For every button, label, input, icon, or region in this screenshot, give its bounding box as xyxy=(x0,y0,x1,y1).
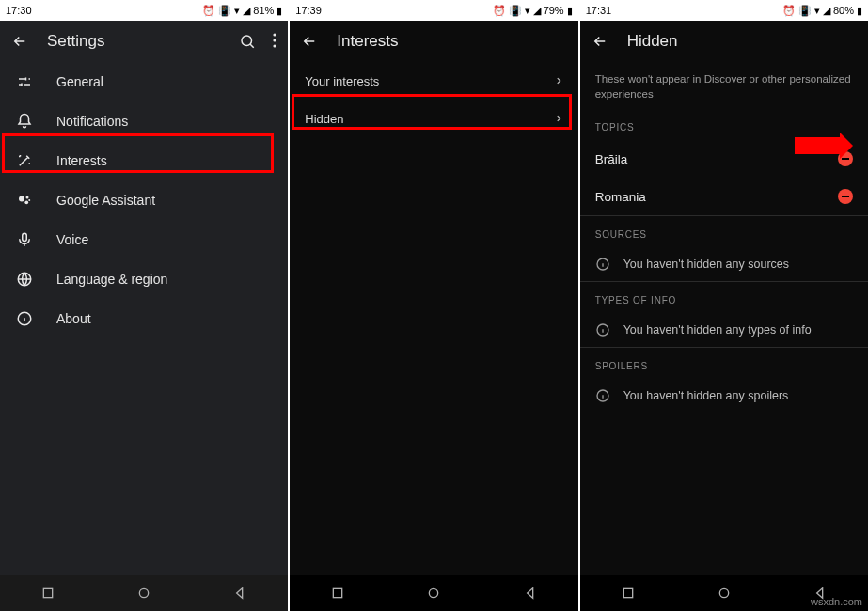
svg-point-3 xyxy=(274,44,276,47)
svg-point-14 xyxy=(430,588,438,597)
back-icon[interactable] xyxy=(301,33,318,50)
search-icon[interactable] xyxy=(239,33,256,50)
item-label: About xyxy=(56,311,91,326)
settings-item-language[interactable]: Language & region xyxy=(0,259,288,299)
nav-bar xyxy=(0,575,288,611)
status-time: 17:30 xyxy=(6,5,32,16)
app-bar: Hidden xyxy=(580,21,868,62)
settings-item-general[interactable]: General xyxy=(0,62,288,102)
info-icon xyxy=(595,322,610,337)
svg-point-0 xyxy=(242,36,252,46)
empty-text: You haven't hidden any spoilers xyxy=(623,389,789,402)
wifi-icon: ▾ xyxy=(525,5,530,17)
status-bar: 17:39 ⏰ 📳 ▾ ◢ 79% ▮ xyxy=(290,0,577,21)
tune-icon xyxy=(15,73,34,90)
status-bar: 17:31 ⏰ 📳 ▾ ◢ 80% ▮ xyxy=(580,0,868,21)
page-title: Hidden xyxy=(627,32,857,51)
item-label: Voice xyxy=(56,232,88,247)
nav-back-icon[interactable] xyxy=(523,586,538,601)
app-bar: Interests xyxy=(290,21,577,62)
svg-point-2 xyxy=(274,39,276,41)
status-time: 17:31 xyxy=(586,5,612,16)
nav-home-icon[interactable] xyxy=(136,586,151,601)
svg-point-5 xyxy=(26,196,29,199)
watermark: wsxdn.com xyxy=(811,596,862,607)
status-icons: ⏰ 📳 ▾ ◢ 80% ▮ xyxy=(782,5,862,17)
remove-button[interactable] xyxy=(838,189,853,204)
types-empty: You haven't hidden any types of info xyxy=(580,313,868,347)
battery-text: 80% xyxy=(833,5,854,16)
spoilers-empty: You haven't hidden any spoilers xyxy=(580,379,868,413)
alarm-icon: ⏰ xyxy=(493,5,506,17)
alarm-icon: ⏰ xyxy=(782,5,796,17)
highlight-interests xyxy=(2,133,274,173)
screenshot-interests: 17:39 ⏰ 📳 ▾ ◢ 79% ▮ Interests Your inter… xyxy=(290,0,577,611)
svg-point-4 xyxy=(19,196,24,202)
topic-label: Brăila xyxy=(595,152,628,166)
battery-icon: ▮ xyxy=(857,5,862,17)
svg-rect-11 xyxy=(43,588,52,597)
svg-rect-13 xyxy=(334,588,342,597)
item-label: General xyxy=(56,74,103,89)
row-label: Your interests xyxy=(305,74,379,88)
info-icon xyxy=(595,388,610,403)
wifi-icon: ▾ xyxy=(234,5,240,17)
vibrate-icon: 📳 xyxy=(509,5,522,17)
svg-point-12 xyxy=(139,588,148,597)
nav-back-icon[interactable] xyxy=(232,586,247,601)
battery-icon: ▮ xyxy=(276,5,282,17)
more-icon[interactable] xyxy=(273,33,276,50)
nav-recent-icon[interactable] xyxy=(330,586,345,601)
nav-home-icon[interactable] xyxy=(717,586,732,601)
empty-text: You haven't hidden any types of info xyxy=(623,323,812,337)
status-icons: ⏰ 📳 ▾ ◢ 79% ▮ xyxy=(493,5,573,17)
section-types-label: TYPES OF INFO xyxy=(580,282,868,313)
settings-item-voice[interactable]: Voice xyxy=(0,220,288,259)
empty-text: You haven't hidden any sources xyxy=(623,258,789,271)
assistant-icon xyxy=(15,192,34,209)
svg-point-6 xyxy=(24,200,28,204)
battery-text: 81% xyxy=(253,5,274,16)
back-icon[interactable] xyxy=(11,33,28,50)
nav-recent-icon[interactable] xyxy=(40,586,55,601)
bell-icon xyxy=(15,113,34,130)
mic-icon xyxy=(15,231,34,248)
svg-rect-18 xyxy=(623,588,632,597)
svg-rect-8 xyxy=(23,233,27,241)
item-label: Google Assistant xyxy=(56,193,155,208)
hidden-subtitle: These won't appear in Discover or other … xyxy=(580,62,868,109)
info-icon xyxy=(595,257,610,272)
sources-empty: You haven't hidden any sources xyxy=(580,247,868,281)
signal-icon: ◢ xyxy=(243,5,250,17)
settings-item-about[interactable]: About xyxy=(0,299,288,338)
item-label: Notifications xyxy=(56,114,128,129)
signal-icon: ◢ xyxy=(823,5,830,17)
app-bar: Settings xyxy=(0,21,288,62)
vibrate-icon: 📳 xyxy=(798,5,812,17)
section-spoilers-label: SPOILERS xyxy=(580,348,868,379)
screenshot-settings: 17:30 ⏰ 📳 ▾ ◢ 81% ▮ Settings General xyxy=(0,0,288,611)
settings-item-assistant[interactable]: Google Assistant xyxy=(0,180,288,220)
nav-home-icon[interactable] xyxy=(426,586,441,601)
svg-point-19 xyxy=(719,588,728,597)
back-icon[interactable] xyxy=(592,33,608,50)
page-title: Settings xyxy=(47,32,220,51)
vibrate-icon: 📳 xyxy=(218,5,231,17)
interests-list: Your interests Hidden xyxy=(290,62,577,575)
section-sources-label: SOURCES xyxy=(580,216,868,247)
item-label: Language & region xyxy=(56,272,167,287)
nav-bar xyxy=(290,575,577,611)
battery-icon: ▮ xyxy=(567,5,573,17)
chevron-right-icon xyxy=(554,76,563,86)
page-title: Interests xyxy=(337,32,566,51)
topic-row-romania: Romania xyxy=(580,178,868,215)
screenshot-hidden: 17:31 ⏰ 📳 ▾ ◢ 80% ▮ Hidden These won't a… xyxy=(580,0,868,611)
signal-icon: ◢ xyxy=(533,5,541,17)
status-icons: ⏰ 📳 ▾ ◢ 81% ▮ xyxy=(202,5,282,17)
globe-icon xyxy=(15,271,34,288)
annotation-arrow xyxy=(795,137,842,154)
nav-recent-icon[interactable] xyxy=(621,586,636,601)
battery-text: 79% xyxy=(544,5,564,16)
svg-point-7 xyxy=(28,199,30,201)
status-time: 17:39 xyxy=(295,5,322,16)
